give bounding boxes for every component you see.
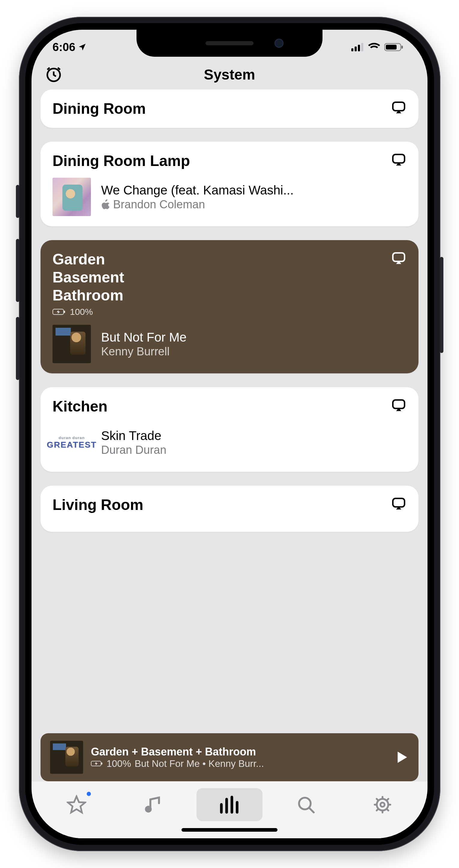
- track-artist: Brandon Coleman: [113, 198, 205, 211]
- track-artist: Duran Duran: [101, 444, 166, 457]
- room-name: Garden: [53, 250, 124, 268]
- airplay-icon[interactable]: [391, 397, 406, 413]
- svg-rect-13: [393, 400, 405, 408]
- svg-rect-14: [393, 499, 405, 507]
- track-artist: Kenny Burrell: [101, 345, 169, 358]
- mini-player[interactable]: Garden + Basement + Bathroom 100% But No…: [40, 733, 419, 781]
- svg-point-17: [146, 807, 151, 812]
- svg-point-24: [381, 803, 385, 807]
- album-artwork: duran duranGREATEST: [53, 423, 91, 462]
- room-name: Bathroom: [53, 286, 124, 304]
- svg-rect-20: [230, 796, 233, 814]
- equalizer-icon: [219, 796, 240, 814]
- phone-frame: 6:06: [19, 17, 440, 851]
- tab-settings[interactable]: [350, 788, 416, 821]
- airplay-icon[interactable]: [391, 250, 406, 266]
- tab-search[interactable]: [273, 788, 339, 821]
- tab-favorites[interactable]: [43, 788, 109, 821]
- status-time: 6:06: [53, 41, 75, 54]
- star-icon: [67, 795, 87, 814]
- music-note-icon: [144, 795, 162, 814]
- room-list[interactable]: Dining Room Dining Room Lamp: [32, 86, 427, 838]
- gear-icon: [373, 795, 392, 814]
- svg-rect-6: [401, 45, 403, 49]
- battery-icon: [384, 42, 403, 52]
- album-artwork: [50, 741, 83, 774]
- svg-rect-16: [101, 762, 103, 765]
- alarm-icon[interactable]: [45, 65, 63, 83]
- room-name: Basement: [53, 268, 124, 286]
- svg-rect-18: [220, 803, 223, 814]
- svg-rect-11: [64, 311, 65, 313]
- nav-bar: System: [32, 60, 427, 86]
- room-name: Dining Room: [53, 100, 146, 118]
- notification-dot-icon: [87, 792, 91, 796]
- battery-charging-icon: [91, 760, 103, 767]
- track-title: We Change (feat. Kamasi Washi...: [101, 183, 406, 197]
- room-name: Living Room: [53, 496, 143, 514]
- mini-now-playing: But Not For Me • Kenny Burr...: [135, 758, 264, 769]
- track-title: Skin Trade: [101, 429, 406, 443]
- svg-rect-1: [355, 46, 357, 51]
- tab-bar: [32, 781, 427, 838]
- track-title: But Not For Me: [101, 330, 406, 345]
- airplay-icon[interactable]: [391, 496, 406, 512]
- side-button: [440, 257, 444, 353]
- battery-level: 100%: [70, 307, 93, 317]
- mini-rooms: Garden + Basement + Bathroom: [91, 746, 386, 758]
- airplay-icon[interactable]: [391, 152, 406, 167]
- svg-rect-8: [393, 102, 405, 111]
- room-card-living-room[interactable]: Living Room: [40, 486, 419, 532]
- svg-rect-12: [393, 253, 405, 261]
- location-icon: [78, 42, 87, 52]
- svg-rect-9: [393, 155, 405, 163]
- mini-battery: 100%: [106, 758, 131, 769]
- svg-rect-0: [351, 48, 353, 51]
- play-button[interactable]: [394, 749, 409, 766]
- side-button: [16, 185, 20, 218]
- battery-charging-icon: [53, 308, 66, 315]
- svg-rect-19: [225, 798, 228, 814]
- room-name: Kitchen: [53, 397, 107, 415]
- svg-rect-3: [361, 43, 363, 51]
- room-card-dining-room-lamp[interactable]: Dining Room Lamp We Change (feat. Kamasi…: [40, 142, 419, 226]
- svg-rect-5: [386, 45, 397, 50]
- tab-system[interactable]: [197, 788, 262, 821]
- side-button: [16, 317, 20, 380]
- svg-rect-21: [236, 801, 238, 814]
- page-title: System: [204, 66, 255, 83]
- svg-rect-2: [358, 45, 360, 51]
- apple-icon: [101, 199, 110, 210]
- room-card-grouped[interactable]: Garden Basement Bathroom 100%: [40, 240, 419, 373]
- room-card-kitchen[interactable]: Kitchen duran duranGREATEST Skin Trade D…: [40, 387, 419, 472]
- tab-my-sonos[interactable]: [120, 788, 186, 821]
- wifi-icon: [368, 42, 380, 52]
- album-artwork: [53, 325, 91, 363]
- notch: [136, 30, 323, 57]
- album-artwork: [53, 178, 91, 216]
- cellular-icon: [351, 43, 364, 51]
- airplay-icon[interactable]: [391, 100, 406, 115]
- search-icon: [297, 795, 315, 814]
- room-card-dining-room[interactable]: Dining Room: [40, 89, 419, 128]
- room-name: Dining Room Lamp: [53, 152, 190, 170]
- side-button: [16, 239, 20, 302]
- home-indicator[interactable]: [182, 828, 277, 832]
